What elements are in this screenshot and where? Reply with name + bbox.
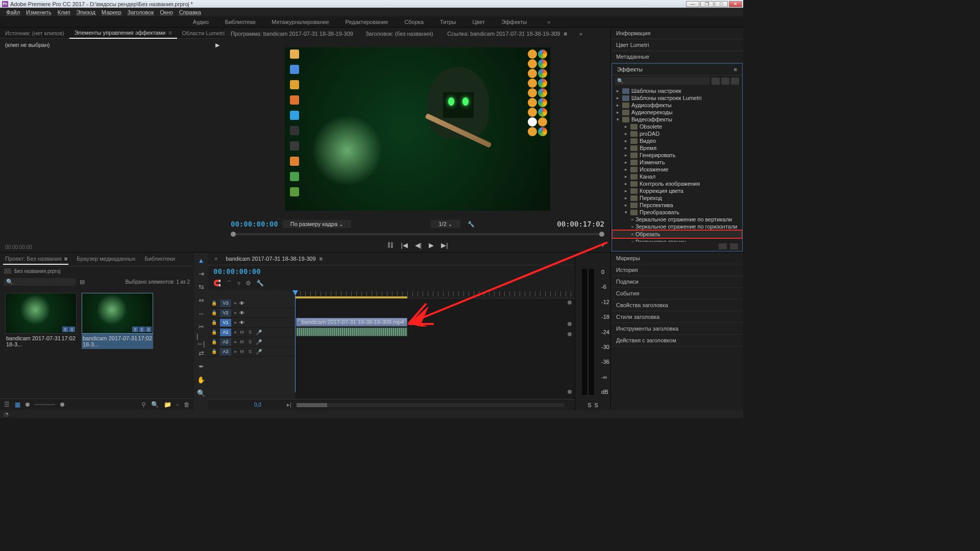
tab-title-editor[interactable]: Заголовок: (без названия): [363, 29, 435, 39]
new-bin-icon[interactable]: 📁: [164, 401, 172, 408]
tree-effect-item[interactable]: ▫Зеркальное отражение по вертикали: [612, 216, 742, 223]
prog-overflow-icon[interactable]: »: [577, 29, 584, 39]
tree-vf-item[interactable]: ▸Искажение: [612, 166, 742, 173]
menu-help[interactable]: Справка: [177, 9, 203, 15]
tab-reference[interactable]: Ссылка: bandicam 2017-07-31 18-38-19-309…: [443, 29, 569, 39]
menu-clip[interactable]: Клип: [56, 9, 72, 15]
play-button[interactable]: ▶: [429, 241, 434, 249]
step-back-button[interactable]: |◀: [401, 241, 407, 249]
ws-meta[interactable]: Метажурналирование: [263, 17, 337, 27]
panel-markers[interactable]: Маркеры: [611, 253, 743, 264]
auto-match-icon[interactable]: ⚲: [141, 401, 146, 408]
camera-icon[interactable]: ▤: [80, 279, 85, 285]
tree-vf-item[interactable]: ▸Изменить: [612, 159, 742, 166]
linked-sel-icon[interactable]: ⌒: [226, 280, 232, 288]
panel-events[interactable]: События: [611, 288, 743, 299]
close-button[interactable]: ✕: [729, 1, 742, 7]
scrubber[interactable]: [225, 230, 610, 238]
video-clip[interactable]: ▫ bandicam 2017-07-31 18-38-19-309.mp4 […: [296, 318, 407, 327]
tree-presets-lumetri[interactable]: ▸Шаблоны настроек Lumetri: [612, 94, 742, 102]
ws-assembly[interactable]: Сборка: [396, 17, 432, 27]
maximize-button[interactable]: □: [715, 1, 728, 7]
timeline-tracks[interactable]: ▫ bandicam 2017-07-31 18-38-19-309.mp4 […: [295, 290, 575, 399]
selection-tool[interactable]: ▲: [197, 256, 206, 265]
panel-title-tools[interactable]: Инструменты заголовка: [611, 323, 743, 335]
hand-tool[interactable]: ✋: [197, 375, 206, 384]
panel-menu-icon[interactable]: ≡: [734, 66, 737, 72]
program-timecode[interactable]: 00:00:00:00: [231, 220, 278, 228]
ripple-edit-tool[interactable]: ⇆: [197, 282, 206, 291]
zoom-dropdown[interactable]: По размеру кадра ⌄: [282, 220, 351, 228]
menu-file[interactable]: Файл: [4, 9, 22, 15]
resolution-dropdown[interactable]: 1/2 ⌄: [431, 220, 460, 228]
tree-audio-tr[interactable]: ▸Аудиопереходы: [612, 109, 742, 116]
fx-filter-icon2[interactable]: [721, 78, 729, 85]
playhead[interactable]: [295, 290, 296, 392]
ws-titles[interactable]: Титры: [432, 17, 464, 27]
tree-vf-item[interactable]: ▸Obsolete: [612, 123, 742, 130]
timeline-hscroll[interactable]: [297, 403, 565, 407]
project-search-input[interactable]: [4, 278, 76, 286]
tree-vf-item[interactable]: ▸Контроль изображения: [612, 180, 742, 187]
slide-tool[interactable]: ⇄: [197, 348, 206, 358]
panel-menu-icon[interactable]: ≡: [168, 30, 172, 36]
trash-icon[interactable]: 🗑: [184, 401, 190, 408]
add-button-icon[interactable]: +: [600, 241, 604, 249]
find-icon[interactable]: 🔍: [151, 401, 159, 408]
tree-vf-item[interactable]: ▸Переход: [612, 194, 742, 202]
frame-fwd-button[interactable]: ▶|: [441, 241, 448, 249]
slip-tool[interactable]: |↔|: [197, 335, 206, 344]
rolling-edit-tool[interactable]: ⇔: [197, 295, 206, 305]
menu-marker[interactable]: Маркер: [100, 9, 124, 15]
ws-color[interactable]: Цвет: [464, 17, 493, 27]
menu-window[interactable]: Окно: [158, 9, 175, 15]
tree-audio-fx[interactable]: ▸Аудиоэффекты: [612, 102, 742, 109]
project-sequence[interactable]: ▯▯▯ bandicam 2017-07-31 18-3...17:02: [82, 293, 153, 349]
tree-vf-item[interactable]: ▸Канал: [612, 173, 742, 180]
settings-icon[interactable]: 🔧: [468, 221, 475, 228]
panel-history[interactable]: История: [611, 264, 743, 276]
delete-icon[interactable]: [730, 243, 738, 249]
new-bin-icon[interactable]: [719, 243, 727, 249]
panel-title-styles[interactable]: Стили заголовка: [611, 311, 743, 323]
tree-vf-item[interactable]: ▸Генерировать: [612, 152, 742, 159]
close-tab-icon[interactable]: ×: [212, 254, 219, 264]
settings-icon[interactable]: ⚙: [246, 280, 251, 288]
tab-libraries[interactable]: Библиотеки: [143, 254, 176, 265]
tree-transform[interactable]: ▾Преобразовать: [612, 209, 742, 216]
tab-effect-controls[interactable]: Элементы управления эффектами≡: [69, 28, 177, 39]
play-arrow-icon[interactable]: ▶: [215, 42, 219, 48]
tree-vf-item[interactable]: ▸Коррекция цвета: [612, 187, 742, 194]
ws-edit[interactable]: Редактирование: [337, 17, 397, 27]
tree-video-fx[interactable]: ▾Видеоэффекты: [612, 116, 742, 123]
tree-vf-item[interactable]: ▸Видео: [612, 137, 742, 144]
timeline-timecode[interactable]: 00:00:00:00: [213, 267, 261, 276]
program-monitor[interactable]: [225, 40, 610, 218]
sequence-tab[interactable]: bandicam 2017-07-31 18-38-19-309 ≡: [222, 254, 325, 264]
gang-icon[interactable]: ⛓: [387, 241, 394, 249]
list-view-icon[interactable]: ☰: [4, 401, 10, 408]
icon-view-icon[interactable]: ▦: [15, 401, 20, 408]
new-item-icon[interactable]: ▫: [177, 401, 179, 408]
effects-search-input[interactable]: [615, 77, 709, 85]
tab-project[interactable]: Проект: Без названия ≡: [3, 254, 68, 265]
solo-left[interactable]: S: [587, 402, 591, 408]
restore-button[interactable]: ❐: [700, 1, 714, 7]
track-v3[interactable]: 🔒V3▫👁: [208, 298, 295, 308]
panel-captions[interactable]: Подписи: [611, 276, 743, 288]
solo-right[interactable]: S: [595, 402, 598, 408]
panel-metadata[interactable]: Метаданные: [611, 51, 743, 63]
razor-tool[interactable]: ✂: [197, 322, 206, 331]
ws-overflow-icon[interactable]: »: [539, 17, 558, 27]
track-a3[interactable]: 🔒A3▫MS🎤: [208, 347, 295, 357]
tab-source[interactable]: Источник: (нет клипов): [0, 28, 69, 38]
ws-effects[interactable]: Эффекты: [493, 17, 535, 27]
project-clip[interactable]: ▯▯ bandicam 2017-07-31 18-3...17:02: [5, 293, 77, 349]
track-v1[interactable]: 🔒V1▫👁: [208, 318, 295, 328]
fx-filter-icon3[interactable]: [731, 78, 739, 85]
pen-tool[interactable]: ✒: [197, 362, 206, 371]
zoom-tool[interactable]: 🔍: [197, 388, 206, 397]
panel-lumetri-color[interactable]: Цвет Lumetri: [611, 39, 743, 51]
menu-edit[interactable]: Изменить: [24, 9, 54, 15]
minimize-button[interactable]: —: [686, 1, 699, 7]
